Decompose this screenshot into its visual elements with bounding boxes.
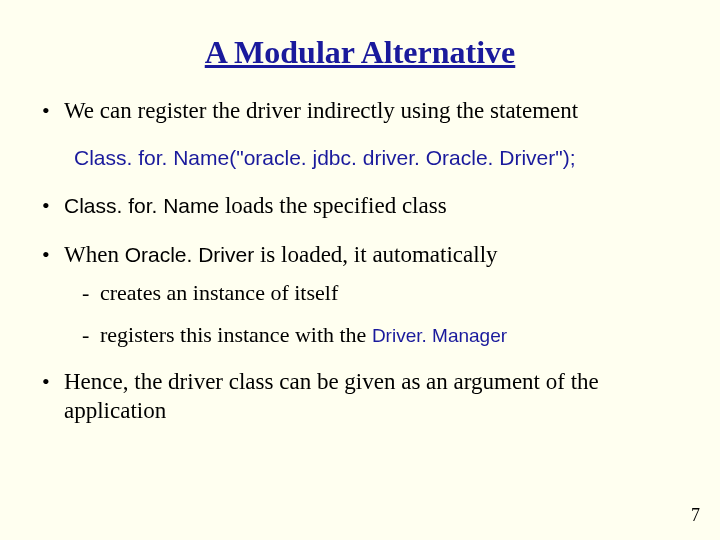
bullet-list: We can register the driver indirectly us…	[38, 97, 682, 126]
slide-title: A Modular Alternative	[38, 34, 682, 71]
bullet-text: loads the specified class	[219, 193, 446, 218]
slide: A Modular Alternative We can register th…	[0, 0, 720, 540]
inline-code-drivermanager: Driver. Manager	[372, 325, 507, 346]
page-number: 7	[691, 505, 700, 526]
bullet-text: is loaded, it automatically	[254, 242, 497, 267]
inline-code-forname: Class. for. Name	[64, 194, 219, 217]
bullet-when-loaded: When Oracle. Driver is loaded, it automa…	[38, 241, 682, 349]
bullet-text: We can register the driver indirectly us…	[64, 98, 578, 123]
sub-text: registers this instance with the	[100, 322, 372, 347]
sub-creates-instance: creates an instance of itself	[78, 279, 682, 307]
sub-list: creates an instance of itself registers …	[78, 279, 682, 348]
bullet-hence: Hence, the driver class can be given as …	[38, 368, 682, 426]
inline-code-oracledriver: Oracle. Driver	[125, 243, 255, 266]
bullet-forname: Class. for. Name loads the specified cla…	[38, 192, 682, 221]
bullet-register: We can register the driver indirectly us…	[38, 97, 682, 126]
bullet-text: When	[64, 242, 125, 267]
bullet-text: Hence, the driver class can be given as …	[64, 369, 599, 423]
sub-registers-instance: registers this instance with the Driver.…	[78, 321, 682, 349]
code-statement: Class. for. Name("oracle. jdbc. driver. …	[74, 146, 682, 170]
sub-text: creates an instance of itself	[100, 280, 338, 305]
bullet-list-2: Class. for. Name loads the specified cla…	[38, 192, 682, 426]
